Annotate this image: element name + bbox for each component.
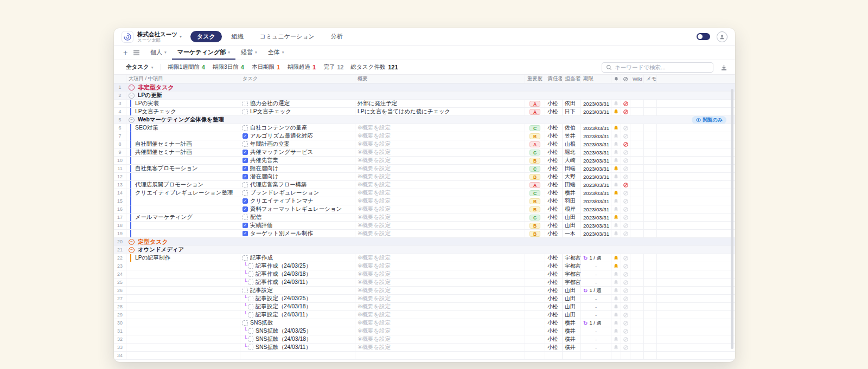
priority-cell[interactable] <box>525 295 545 302</box>
desc-cell[interactable]: ※概要を設定 <box>355 132 525 140</box>
task-checkbox[interactable] <box>242 141 248 147</box>
task-checkbox[interactable] <box>248 296 253 301</box>
task-checkbox[interactable]: ✓ <box>242 158 248 163</box>
task-cell[interactable]: SNS拡散 <box>240 319 355 327</box>
task-cell[interactable]: ✓実績評価 <box>240 222 355 229</box>
bell-cell[interactable] <box>611 344 621 351</box>
assignee-cell[interactable]: 宇都宮 <box>563 262 581 270</box>
collapse-icon[interactable]: − <box>129 239 135 245</box>
memo-cell[interactable] <box>644 132 657 140</box>
blocked-cell[interactable] <box>621 140 630 148</box>
owner-cell[interactable]: 小松 <box>545 262 563 270</box>
priority-cell[interactable]: B <box>525 132 545 140</box>
priority-cell[interactable] <box>525 287 545 294</box>
task-cell[interactable]: 記事設定 <box>240 287 355 294</box>
task-row[interactable]: 12✓潜在層向け※概要を設定B小松大野2023/03/31 <box>114 173 735 181</box>
desc-cell[interactable]: ※概要を設定 <box>355 197 525 205</box>
due-cell[interactable]: 2023/03/31 <box>581 100 611 107</box>
memo-cell[interactable] <box>644 165 657 172</box>
assignee-cell[interactable]: 山田 <box>563 303 581 310</box>
stat-three-days-before[interactable]: 期限3日前4 <box>213 63 244 71</box>
desc-cell[interactable]: ※概要を設定 <box>355 335 525 343</box>
due-cell[interactable]: 2023/03/31 <box>581 132 611 140</box>
task-checkbox[interactable] <box>242 190 248 196</box>
bell-cell[interactable] <box>611 205 621 213</box>
task-cell[interactable]: 配信 <box>240 213 355 221</box>
bell-cell[interactable] <box>611 157 621 164</box>
task-checkbox[interactable]: ✓ <box>242 198 248 204</box>
desc-cell[interactable]: ※概要を設定 <box>355 213 525 221</box>
owner-cell[interactable]: 小松 <box>545 173 563 180</box>
section-row[interactable]: 1−非定型タスク <box>114 83 735 92</box>
task-checkbox[interactable] <box>242 215 248 220</box>
owner-cell[interactable] <box>545 352 563 359</box>
bell-cell[interactable] <box>611 213 621 221</box>
assignee-cell[interactable]: 田端 <box>563 165 581 172</box>
priority-cell[interactable] <box>525 254 545 262</box>
task-cell[interactable]: └記事作成（24/03/18） <box>240 270 355 278</box>
assignee-cell[interactable]: 山根 <box>563 140 581 148</box>
desc-cell[interactable]: ※概要を設定 <box>355 344 525 351</box>
blocked-cell[interactable] <box>621 173 630 180</box>
group-row[interactable]: 5−Webマーケティング全体像を整理閲覧のみ <box>114 116 735 124</box>
category-cell[interactable]: 共催開催セミナー計画 <box>126 148 240 156</box>
task-checkbox[interactable]: ✓ <box>242 206 248 212</box>
assignee-cell[interactable]: 佐伯 <box>563 124 581 132</box>
category-cell[interactable]: 代理店展開プロモーション <box>126 181 240 189</box>
category-cell[interactable] <box>126 327 240 335</box>
collapse-icon[interactable]: − <box>129 85 135 90</box>
blocked-cell[interactable] <box>621 303 630 310</box>
bell-cell[interactable] <box>611 295 621 302</box>
owner-cell[interactable]: 小松 <box>545 327 563 335</box>
task-cell[interactable]: 協力会社の選定 <box>240 100 355 107</box>
priority-cell[interactable] <box>525 270 545 278</box>
col-owner[interactable]: 責任者 <box>545 75 563 83</box>
priority-cell[interactable] <box>525 352 545 359</box>
desc-cell[interactable]: ※概要を設定 <box>355 173 525 180</box>
blocked-cell[interactable] <box>621 181 630 189</box>
blocked-cell[interactable] <box>621 213 630 221</box>
memo-cell[interactable] <box>644 197 657 205</box>
owner-cell[interactable]: 小松 <box>545 319 563 327</box>
wiki-cell[interactable] <box>630 140 644 148</box>
due-cell[interactable]: 2023/03/31 <box>581 222 611 229</box>
group-row[interactable]: 21−オウンドメディア <box>114 246 735 254</box>
task-row[interactable]: 26記事設定※概要を設定小松山田↻1 / 週 <box>114 287 735 295</box>
blocked-cell[interactable] <box>621 222 630 229</box>
task-cell[interactable]: LP文言チェック <box>240 108 355 115</box>
task-checkbox[interactable] <box>248 280 253 285</box>
task-cell[interactable]: ✓資料フォーマットレギュレーション <box>240 205 355 213</box>
task-checkbox[interactable] <box>248 263 253 269</box>
assignee-cell[interactable]: 宇都宮 <box>563 279 581 286</box>
bell-cell[interactable] <box>611 173 621 180</box>
task-cell[interactable]: └記事作成（24/03/25） <box>240 262 355 270</box>
task-row[interactable]: 24└記事作成（24/03/18）※概要を設定小松宇都宮- <box>114 270 735 279</box>
owner-cell[interactable]: 小松 <box>545 222 563 229</box>
owner-cell[interactable]: 小松 <box>545 148 563 156</box>
category-cell[interactable]: 自社集客プロモーション <box>126 165 240 172</box>
task-checkbox[interactable] <box>242 182 248 187</box>
memo-cell[interactable] <box>644 279 657 286</box>
memo-cell[interactable] <box>644 295 657 302</box>
bell-cell[interactable] <box>611 287 621 294</box>
desc-cell[interactable]: ※概要を設定 <box>355 270 525 278</box>
bell-cell[interactable] <box>611 254 621 262</box>
wiki-cell[interactable] <box>630 230 644 237</box>
category-cell[interactable] <box>126 157 240 164</box>
priority-cell[interactable]: B <box>525 197 545 205</box>
memo-cell[interactable] <box>644 124 657 132</box>
stat-overdue[interactable]: 期限超過1 <box>288 63 316 71</box>
due-cell[interactable]: - <box>581 303 611 310</box>
bell-cell[interactable] <box>611 222 621 229</box>
memo-cell[interactable] <box>644 205 657 213</box>
bell-cell[interactable] <box>611 132 621 140</box>
bell-cell[interactable] <box>611 140 621 148</box>
assignee-cell[interactable]: 日下 <box>563 108 581 115</box>
assignee-cell[interactable]: 山田 <box>563 222 581 229</box>
blocked-cell[interactable] <box>621 165 630 172</box>
assignee-cell[interactable]: 堀北 <box>563 148 581 156</box>
priority-cell[interactable] <box>525 303 545 310</box>
bell-cell[interactable] <box>611 311 621 319</box>
collapse-icon[interactable]: − <box>129 247 135 253</box>
col-due[interactable]: 期限 <box>581 75 611 83</box>
